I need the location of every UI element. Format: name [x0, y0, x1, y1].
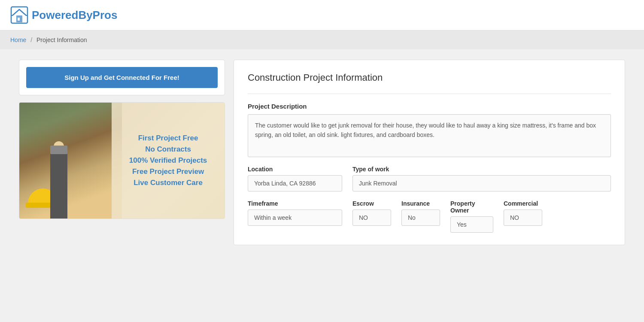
insurance-label: Insurance [401, 200, 440, 207]
description-text: The customer would like to get junk remo… [248, 114, 611, 157]
commercial-value: NO [504, 210, 542, 226]
location-label: Location [248, 166, 342, 173]
type-of-work-label: Type of work [352, 166, 611, 173]
type-of-work-group: Type of work Junk Removal [352, 166, 611, 191]
location-value: Yorba Linda, CA 92886 [248, 175, 342, 191]
logo-icon [10, 6, 28, 24]
escrow-value: NO [352, 210, 391, 226]
logo-text: PoweredByPros [32, 9, 117, 22]
promo-item-3: Free Project Preview [132, 167, 204, 176]
commercial-group: Commercial NO [504, 200, 542, 233]
property-owner-group: Property Owner Yes [450, 200, 493, 233]
signup-button[interactable]: Sign Up and Get Connected For Free! [26, 67, 218, 88]
insurance-group: Insurance No [401, 200, 440, 233]
insurance-value: No [401, 210, 440, 226]
panel-title: Construction Project Information [248, 72, 611, 83]
commercial-label: Commercial [504, 200, 542, 207]
location-type-row: Location Yorba Linda, CA 92886 Type of w… [248, 166, 611, 191]
promo-item-0: First Project Free [138, 134, 198, 143]
property-owner-value: Yes [450, 216, 493, 233]
escrow-label: Escrow [352, 200, 391, 207]
logo[interactable]: PoweredByPros [10, 6, 117, 24]
type-of-work-value: Junk Removal [352, 175, 611, 191]
promo-item-4: Live Customer Care [134, 179, 203, 187]
breadcrumb-bar: Home / Project Information [0, 30, 644, 49]
promo-item-1: No Contracts [145, 145, 191, 154]
breadcrumb-home[interactable]: Home [10, 36, 26, 43]
main-panel: Construction Project Information Project… [234, 60, 625, 245]
promo-text-overlay: First Project Free No Contracts 100% Ver… [112, 103, 225, 219]
timeframe-label: Timeframe [248, 200, 342, 207]
signup-card: Sign Up and Get Connected For Free! [19, 60, 225, 95]
header: PoweredByPros [0, 0, 644, 30]
timeframe-row: Timeframe Within a week Escrow NO Insura… [248, 200, 611, 233]
timeframe-group: Timeframe Within a week [248, 200, 342, 233]
main-content: Sign Up and Get Connected For Free! [9, 49, 635, 255]
location-group: Location Yorba Linda, CA 92886 [248, 166, 342, 191]
description-label: Project Description [248, 103, 611, 110]
sidebar: Sign Up and Get Connected For Free! [19, 60, 225, 245]
worker-figure [50, 150, 67, 219]
promo-card: First Project Free No Contracts 100% Ver… [19, 102, 225, 219]
breadcrumb-separator: / [30, 36, 32, 43]
promo-image: First Project Free No Contracts 100% Ver… [19, 103, 225, 219]
promo-item-2: 100% Verified Projects [129, 156, 207, 165]
promo-background: First Project Free No Contracts 100% Ver… [19, 103, 225, 219]
promo-left-bg [19, 103, 122, 219]
property-owner-label: Property Owner [450, 200, 493, 214]
escrow-group: Escrow NO [352, 200, 391, 233]
svg-rect-2 [18, 18, 20, 21]
divider-top [248, 94, 611, 94]
timeframe-value: Within a week [248, 210, 342, 226]
breadcrumb-current: Project Information [36, 36, 87, 43]
